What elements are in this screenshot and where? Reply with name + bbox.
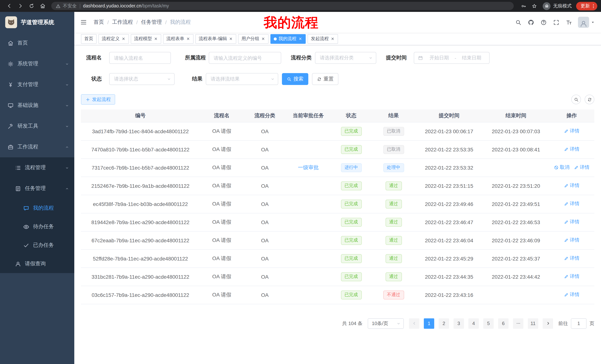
cell-current-task bbox=[286, 286, 331, 304]
cell-actions: 详情 bbox=[549, 195, 594, 213]
sidebar-item[interactable]: 任务管理 bbox=[0, 178, 74, 199]
cell-id: 819442e8-7b9a-11ec-a290-acde48001122 bbox=[81, 213, 200, 231]
update-button[interactable]: 更新 bbox=[576, 2, 597, 10]
tab-label: 流程表单 bbox=[166, 36, 184, 42]
avatar[interactable] bbox=[578, 17, 589, 28]
fullscreen-icon[interactable] bbox=[553, 19, 559, 25]
page-button-4[interactable]: 4 bbox=[468, 318, 479, 329]
chevron-down-icon[interactable] bbox=[591, 20, 595, 25]
process-name-input[interactable] bbox=[109, 52, 171, 64]
prev-page-button[interactable] bbox=[409, 318, 419, 329]
breadcrumb-item[interactable]: 任务管理 bbox=[141, 19, 162, 26]
tab-item[interactable]: 流程模型 bbox=[131, 34, 161, 44]
tab-item[interactable]: 我的流程 bbox=[270, 34, 306, 44]
github-icon[interactable] bbox=[528, 19, 534, 25]
reset-button[interactable]: 重置 bbox=[312, 73, 338, 85]
sidebar-item[interactable]: 系统管理 bbox=[0, 53, 74, 74]
close-icon[interactable] bbox=[331, 37, 335, 41]
sidebar-item[interactable]: 流程管理 bbox=[0, 157, 74, 178]
detail-action-link[interactable]: 详情 bbox=[564, 273, 580, 280]
filter-label-status: 状态 bbox=[81, 76, 102, 82]
detail-action-link[interactable]: 详情 bbox=[564, 146, 580, 153]
sidebar-item[interactable]: 基础设施 bbox=[0, 95, 74, 116]
status-select[interactable]: 请选择状态 bbox=[109, 73, 175, 85]
detail-action-link[interactable]: 详情 bbox=[574, 164, 590, 171]
close-icon[interactable] bbox=[121, 37, 126, 41]
chevron-down-icon bbox=[167, 77, 171, 81]
edit-icon bbox=[564, 183, 569, 188]
logo[interactable]: 芋道管理系统 bbox=[0, 12, 74, 33]
end-date-placeholder: 结束日期 bbox=[458, 55, 485, 61]
reload-icon[interactable] bbox=[29, 3, 35, 9]
more-pages-button[interactable] bbox=[513, 318, 523, 329]
breadcrumb-item[interactable]: 工作流程 bbox=[112, 19, 133, 26]
search-icon[interactable] bbox=[515, 19, 521, 25]
search-button[interactable]: 搜索 bbox=[282, 73, 308, 85]
close-icon[interactable] bbox=[298, 37, 302, 41]
sidebar-item[interactable]: 请假查询 bbox=[0, 255, 74, 273]
close-icon[interactable] bbox=[154, 37, 158, 41]
tab-item[interactable]: 流程定义 bbox=[99, 34, 129, 44]
address-bar[interactable]: 不安全 dashboard.yudao.iocoder.cn/bpm/task/… bbox=[51, 2, 514, 10]
forward-icon[interactable] bbox=[18, 3, 23, 9]
goto-page-input[interactable] bbox=[571, 318, 587, 329]
detail-action-link[interactable]: 详情 bbox=[564, 182, 580, 189]
sidebar-item[interactable]: 工作流程 bbox=[0, 136, 74, 157]
date-separator: - bbox=[453, 55, 458, 61]
page-button-5[interactable]: 5 bbox=[483, 318, 494, 329]
process-definition-input[interactable] bbox=[209, 52, 281, 64]
tab-item[interactable]: 流程表单-编辑 bbox=[195, 34, 236, 44]
warning-icon bbox=[56, 3, 60, 8]
page-button-6[interactable]: 6 bbox=[498, 318, 509, 329]
tab-item[interactable]: 发起流程 bbox=[308, 34, 338, 44]
table-row: 52ffd28e-7b9a-11ec-a290-acde48001122OA 请… bbox=[81, 249, 594, 268]
filter-row-1: 流程名 所属流程 流程分类 请选择流程分类 提交时间 开始日期 - 结束日期 bbox=[81, 52, 594, 64]
browser-chrome: 不安全 dashboard.yudao.iocoder.cn/bpm/task/… bbox=[0, 0, 601, 12]
star-icon[interactable] bbox=[531, 3, 537, 9]
sidebar-item[interactable]: 待办任务 bbox=[0, 217, 74, 236]
close-icon[interactable] bbox=[261, 37, 265, 41]
cancel-action-link[interactable]: 取消 bbox=[554, 164, 570, 171]
back-icon[interactable] bbox=[6, 3, 12, 9]
hamburger-icon[interactable] bbox=[80, 19, 87, 26]
tab-label: 我的流程 bbox=[279, 36, 296, 42]
cancel-icon bbox=[554, 165, 559, 170]
current-task-link[interactable]: 一级审批 bbox=[298, 164, 319, 170]
toggle-search-button[interactable] bbox=[571, 95, 581, 104]
next-page-button[interactable] bbox=[543, 318, 553, 329]
home-icon[interactable] bbox=[40, 3, 46, 9]
category-select[interactable]: 请选择流程分类 bbox=[315, 52, 376, 64]
refresh-table-button[interactable] bbox=[585, 95, 594, 104]
tab-item[interactable]: 流程表单 bbox=[163, 34, 193, 44]
sidebar-item[interactable]: 首页 bbox=[0, 33, 74, 53]
detail-action-link[interactable]: 详情 bbox=[564, 255, 580, 262]
tab-item[interactable]: 首页 bbox=[81, 34, 97, 44]
sidebar-item[interactable]: 我的流程 bbox=[0, 199, 74, 217]
page-size-select[interactable]: 10条/页 bbox=[368, 318, 404, 329]
page-button-11[interactable]: 11 bbox=[528, 318, 538, 329]
page-button-2[interactable]: 2 bbox=[439, 318, 449, 329]
close-icon[interactable] bbox=[229, 37, 233, 41]
help-icon[interactable] bbox=[540, 19, 547, 25]
sidebar-item[interactable]: 支付管理 bbox=[0, 74, 74, 95]
kebab-menu-icon[interactable] bbox=[591, 3, 596, 9]
detail-action-link[interactable]: 详情 bbox=[564, 291, 580, 298]
detail-action-link[interactable]: 详情 bbox=[564, 237, 580, 244]
close-icon[interactable] bbox=[186, 37, 190, 41]
page-button-1[interactable]: 1 bbox=[424, 318, 434, 329]
fontsize-icon[interactable] bbox=[566, 19, 572, 25]
date-range-picker[interactable]: 开始日期 - 结束日期 bbox=[414, 52, 490, 64]
detail-action-link[interactable]: 详情 bbox=[564, 128, 580, 134]
cell-end-time bbox=[483, 158, 549, 177]
result-select[interactable]: 请选择流结果 bbox=[206, 73, 278, 85]
breadcrumb-item[interactable]: 首页 bbox=[94, 19, 104, 26]
page-button-3[interactable]: 3 bbox=[453, 318, 464, 329]
sidebar-item[interactable]: 研发工具 bbox=[0, 116, 74, 136]
tab-item[interactable]: 用户分组 bbox=[238, 34, 269, 44]
create-process-button[interactable]: 发起流程 bbox=[81, 94, 115, 105]
key-icon[interactable] bbox=[521, 3, 526, 9]
sidebar-item[interactable]: 已办任务 bbox=[0, 236, 74, 255]
search-icon bbox=[574, 97, 579, 102]
detail-action-link[interactable]: 详情 bbox=[564, 201, 580, 207]
detail-action-link[interactable]: 详情 bbox=[564, 219, 580, 225]
